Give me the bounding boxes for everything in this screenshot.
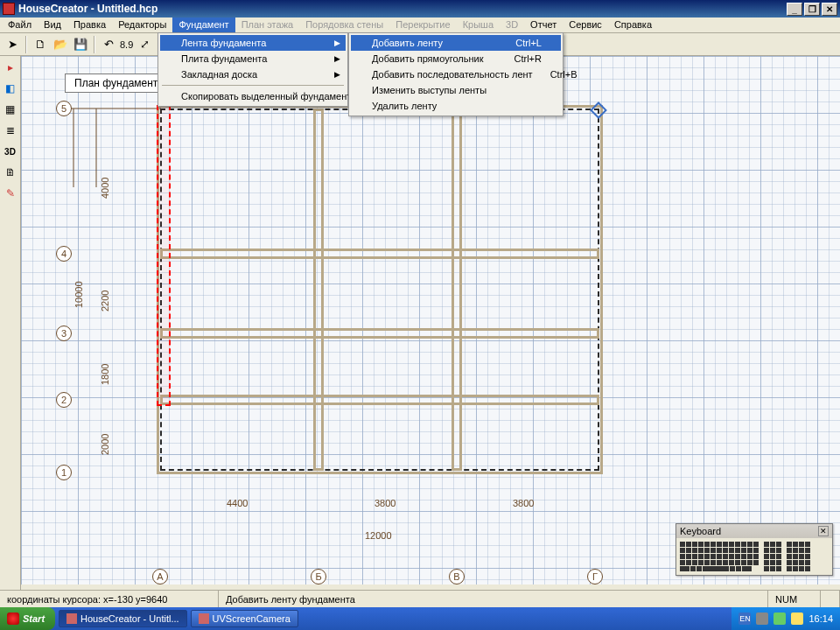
open-file-icon[interactable]: 📂	[52, 36, 69, 53]
axis-row-3: 3	[56, 326, 72, 341]
tray-icon-2[interactable]	[774, 612, 786, 625]
menuitem-2[interactable]: Закладная доска▶	[160, 66, 346, 82]
menu-Вид[interactable]: Вид	[38, 18, 67, 32]
submenuitem-1[interactable]: Добавить прямоугольникCtrl+R	[351, 51, 561, 66]
tray-lang-icon[interactable]: EN	[738, 612, 751, 625]
tool-icon[interactable]: ◧	[3, 80, 18, 96]
axis-row-2: 2	[56, 392, 72, 408]
foundation-hstrip-1	[160, 248, 599, 259]
selected-foundation-strip[interactable]	[157, 105, 171, 406]
zoom-icon[interactable]: ⤢	[136, 36, 153, 53]
dim-v-2000: 2000	[100, 434, 110, 455]
dim-h-12000: 12000	[365, 530, 392, 541]
status-resize-grip	[821, 591, 840, 607]
keyboard-title: Keyboard	[680, 526, 721, 536]
axis-row-1: 1	[56, 465, 72, 480]
foundation-dash-outer	[160, 108, 599, 471]
keyboard-body	[676, 538, 832, 575]
foundation-hstrip-2	[160, 328, 599, 339]
dim-h-4400: 4400	[227, 498, 248, 508]
keyboard-close-icon[interactable]: ✕	[818, 526, 829, 536]
submenuitem-3[interactable]: Изменить выступы ленты	[351, 82, 561, 98]
menuitem-0[interactable]: Лента фундамента▶	[160, 35, 346, 51]
submenuitem-2[interactable]: Добавить последовательность лентCtrl+B	[351, 66, 561, 82]
axis-col-В: В	[449, 569, 465, 584]
start-label: Start	[23, 613, 45, 624]
axis-col-Б: Б	[311, 569, 326, 584]
submenuitem-0[interactable]: Добавить лентуCtrl+L	[351, 35, 561, 51]
window-title: HouseCreator - Untitled.hcp	[18, 3, 158, 15]
dim-h-3800: 3800	[374, 498, 396, 508]
task-icon	[66, 613, 77, 624]
layers-icon[interactable]: ≣	[3, 122, 18, 138]
status-num: NUM	[768, 591, 821, 607]
menu-Справка[interactable]: Справка	[608, 18, 658, 32]
pointer-icon[interactable]: ▸	[3, 60, 18, 75]
menu-3D: 3D	[500, 18, 524, 32]
menu-Файл[interactable]: Файл	[2, 18, 38, 32]
foundation-vstrip-1	[313, 108, 324, 471]
dim-h-3800: 3800	[513, 498, 534, 508]
menu-Редакторы[interactable]: Редакторы	[112, 18, 172, 32]
menu-Правка[interactable]: Правка	[67, 18, 112, 32]
onscreen-keyboard[interactable]: Keyboard ✕	[676, 523, 833, 576]
menu-Крыша: Крыша	[457, 18, 500, 32]
status-coords: координаты курсора: x=-130 y=9640	[0, 591, 219, 607]
menu-Порядовка стены: Порядовка стены	[299, 18, 389, 32]
dim-v-2200: 2200	[100, 290, 110, 312]
statusbar: координаты курсора: x=-130 y=9640 Добави…	[0, 590, 840, 607]
tray-clock[interactable]: 16:14	[808, 613, 833, 624]
foundation-vstrip-2	[452, 108, 462, 471]
tray-icon-1[interactable]	[756, 612, 768, 625]
menuitem-1[interactable]: Плита фундамента▶	[160, 51, 346, 66]
axis-row-4: 4	[56, 246, 72, 262]
axis-col-Г: Г	[587, 569, 603, 584]
paint-icon[interactable]: ✎	[3, 186, 18, 201]
menu-Сервис[interactable]: Сервис	[563, 18, 608, 32]
close-button[interactable]: ✕	[822, 3, 837, 16]
menu-Фундамент[interactable]: Фундамент	[172, 18, 234, 32]
taskbar-task[interactable]: UVScreenCamera	[191, 610, 298, 627]
axis-row-5: 5	[56, 101, 72, 116]
dim-v-4000: 4000	[100, 178, 110, 199]
foundation-hstrip-3	[160, 395, 599, 405]
system-tray[interactable]: EN 16:14	[732, 607, 840, 630]
save-file-icon[interactable]: 💾	[72, 36, 89, 53]
report-icon[interactable]: 🗎	[3, 164, 18, 180]
start-button[interactable]: Start	[0, 607, 55, 630]
taskbar: Start HouseCreator - Untitl...UVScreenCa…	[0, 607, 840, 630]
titlebar: HouseCreator - Untitled.hcp _ ❐ ✕	[0, 0, 840, 18]
menuitem-copy[interactable]: Скопировать выделенный фундамент	[160, 88, 346, 104]
axis-col-А: А	[152, 569, 168, 584]
maximize-button[interactable]: ❐	[804, 3, 820, 16]
app-icon	[3, 3, 15, 15]
menu-foundation-dropdown[interactable]: Лента фундамента▶Плита фундамента▶Заклад…	[158, 32, 348, 107]
dim-v-1800: 1800	[100, 364, 110, 385]
start-icon	[7, 612, 19, 625]
menu-План этажа: План этажа	[235, 18, 299, 32]
view3d-icon[interactable]: 3D	[3, 144, 18, 159]
task-icon	[199, 613, 209, 624]
tray-icon-3[interactable]	[791, 612, 803, 625]
grid-icon[interactable]: ▦	[3, 102, 18, 117]
dim-v-10000: 10000	[74, 281, 84, 308]
new-file-icon[interactable]: 🗋	[32, 36, 49, 53]
menu-Перекрытие: Перекрытие	[389, 18, 456, 32]
menubar: ФайлВидПравкаРедакторыФундаментПлан этаж…	[0, 18, 840, 33]
submenuitem-4[interactable]: Удалить ленту	[351, 98, 561, 114]
undo-icon[interactable]: ↶	[100, 36, 117, 53]
menu-Отчет[interactable]: Отчет	[524, 18, 563, 32]
taskbar-task[interactable]: HouseCreator - Untitl...	[59, 610, 186, 627]
arrow-tool-icon[interactable]: ➤	[4, 36, 21, 53]
minimize-button[interactable]: _	[787, 3, 802, 16]
status-hint: Добавить ленту фундамента	[219, 591, 768, 607]
drawing-canvas[interactable]: План фундамента:	[21, 56, 840, 584]
menu-foundation-strip-submenu[interactable]: Добавить лентуCtrl+LДобавить прямоугольн…	[348, 32, 564, 116]
scale-value: 8.9	[120, 39, 133, 50]
left-toolbar: ▸ ◧ ▦ ≣ 3D 🗎 ✎	[0, 56, 21, 607]
